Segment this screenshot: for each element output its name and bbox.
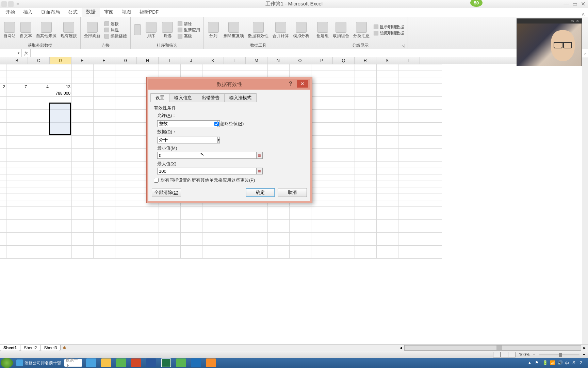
dialog-titlebar[interactable]: 数据有效性 ? ✕ (148, 79, 310, 90)
dialog-launcher-icon[interactable]: ↘ (401, 44, 405, 48)
taskbar-search[interactable]: 搜索一下 (64, 359, 82, 367)
select-all-corner[interactable] (0, 57, 6, 64)
webcam-maximize-icon[interactable]: ▭ (571, 19, 575, 23)
btn-hide-detail[interactable]: 隐藏明细数据 (374, 30, 404, 36)
range-selector-icon[interactable]: ▦ (257, 168, 263, 174)
page-break-view-icon[interactable] (508, 352, 516, 357)
tab-page-layout[interactable]: 页面布局 (37, 8, 64, 17)
page-layout-view-icon[interactable] (501, 352, 508, 357)
col-header[interactable]: R (355, 57, 376, 64)
col-header[interactable]: D (50, 57, 71, 64)
cell[interactable]: 13 (50, 84, 72, 90)
tab-formulas[interactable]: 公式 (64, 8, 82, 17)
tray-icon[interactable]: 🔋 (542, 360, 548, 366)
tab-view[interactable]: 视图 (118, 8, 135, 17)
tab-home[interactable]: 开始 (1, 8, 19, 17)
apply-all-checkbox[interactable] (154, 178, 159, 183)
tray-time[interactable]: 2 (580, 360, 585, 366)
col-header[interactable]: G (115, 57, 137, 64)
col-header[interactable]: F (93, 57, 115, 64)
normal-view-icon[interactable] (493, 352, 501, 357)
col-header[interactable]: O (289, 57, 311, 64)
col-header[interactable]: H (137, 57, 159, 64)
col-header[interactable]: K (202, 57, 224, 64)
data-combo[interactable]: ▾ (157, 137, 208, 143)
allow-input[interactable] (157, 120, 218, 127)
webcam-close-icon[interactable]: ✕ (576, 19, 580, 23)
zoom-in-icon[interactable]: + (583, 352, 585, 357)
qat-overflow[interactable]: ≡ (15, 1, 19, 7)
max-input[interactable] (157, 168, 257, 174)
close-icon[interactable]: ✕ (581, 1, 585, 7)
ie-app-icon[interactable] (86, 358, 96, 367)
qat-save-icon[interactable] (1, 1, 7, 7)
dlg-tab-settings[interactable]: 设置 (150, 93, 169, 102)
taskbar-ie-button[interactable]: 装修公司排名前十强 (14, 358, 64, 368)
video-app-icon[interactable] (206, 358, 216, 367)
zoom-slider[interactable] (539, 354, 579, 355)
btn-remove-duplicates[interactable]: 删除重复项 (222, 18, 245, 42)
btn-group[interactable]: 创建组 (315, 18, 330, 42)
cancel-button[interactable]: 取消 (278, 188, 307, 197)
dlg-tab-input-message[interactable]: 输入信息 (169, 93, 197, 102)
tray-icon[interactable]: 📶 (550, 360, 555, 366)
music-app-icon[interactable] (176, 358, 186, 367)
tray-volume-icon[interactable]: 🔊 (557, 360, 563, 366)
data-input[interactable] (157, 137, 218, 143)
zoom-out-icon[interactable]: − (533, 352, 535, 357)
word-app-icon[interactable] (146, 358, 156, 367)
dlg-tab-error-alert[interactable]: 出错警告 (197, 93, 225, 102)
tray-icon[interactable]: ⚑ (535, 360, 540, 366)
btn-filter[interactable]: 筛选 (160, 18, 175, 42)
tab-review[interactable]: 审阅 (100, 8, 118, 17)
col-header[interactable]: P (311, 57, 333, 64)
sheet-tab[interactable]: Sheet2 (20, 345, 40, 351)
cell[interactable]: 4 (28, 84, 50, 90)
col-header[interactable]: T (398, 57, 420, 64)
cell[interactable]: 788.000 (50, 90, 72, 97)
namebox-dropdown-icon[interactable]: ▼ (17, 51, 20, 55)
cell[interactable]: 2 (0, 84, 6, 90)
browser-app-icon[interactable] (116, 358, 126, 367)
btn-refresh-all[interactable]: 全部刷新 (83, 18, 102, 42)
sheet-tab[interactable]: Sheet1 (0, 345, 20, 351)
col-header[interactable]: J (180, 57, 202, 64)
ribbon-minimize-icon[interactable]: ᐱ (582, 12, 585, 17)
col-header[interactable]: C (28, 57, 50, 64)
btn-edit-links[interactable]: 编辑链接 (104, 33, 127, 39)
vertical-scrollbar[interactable] (582, 58, 588, 344)
new-sheet-icon[interactable]: ✱ (61, 346, 68, 350)
ok-button[interactable]: 确定 (246, 188, 275, 197)
col-header[interactable]: S (376, 57, 398, 64)
tray-icon[interactable]: ▲ (527, 360, 533, 366)
ignore-blank-checkbox[interactable] (214, 122, 219, 126)
btn-sort[interactable]: 排序 (144, 18, 159, 42)
minimize-icon[interactable]: — (564, 1, 569, 7)
allow-combo[interactable]: ▾ (157, 120, 208, 127)
tray-ime-icon[interactable]: 中 (565, 360, 570, 366)
btn-from-web[interactable]: 自网站 (2, 18, 17, 42)
cell[interactable]: 7 (6, 84, 28, 90)
btn-show-detail[interactable]: 显示明细数据 (374, 24, 404, 30)
col-header[interactable]: L (224, 57, 246, 64)
col-header[interactable]: N (267, 57, 289, 64)
btn-from-text[interactable]: 自文本 (18, 18, 33, 42)
explorer-app-icon[interactable] (101, 358, 111, 367)
tab-foxit-pdf[interactable]: 福昕PDF (135, 8, 163, 17)
btn-advanced[interactable]: 高级 (178, 33, 200, 39)
powerpoint-app-icon[interactable] (131, 358, 141, 367)
btn-properties[interactable]: 属性 (104, 27, 127, 33)
clear-all-button[interactable]: 全部清除(C) (152, 188, 181, 197)
dropdown-icon[interactable]: ▾ (218, 137, 220, 143)
maximize-icon[interactable]: ▭ (572, 1, 577, 7)
range-selector-icon[interactable]: ▦ (257, 152, 263, 159)
pdf-app-icon[interactable] (191, 358, 201, 367)
formula-expand-icon[interactable]: ⌄ (581, 49, 588, 57)
btn-clear[interactable]: 清除 (178, 21, 200, 27)
btn-subtotal[interactable]: 分类汇总 (352, 18, 371, 42)
btn-from-other[interactable]: 自其他来源 (35, 18, 58, 42)
excel-app-icon[interactable] (161, 358, 171, 367)
col-header[interactable]: M (246, 57, 267, 64)
start-button[interactable] (1, 358, 13, 368)
zoom-label[interactable]: 100% (519, 352, 529, 357)
